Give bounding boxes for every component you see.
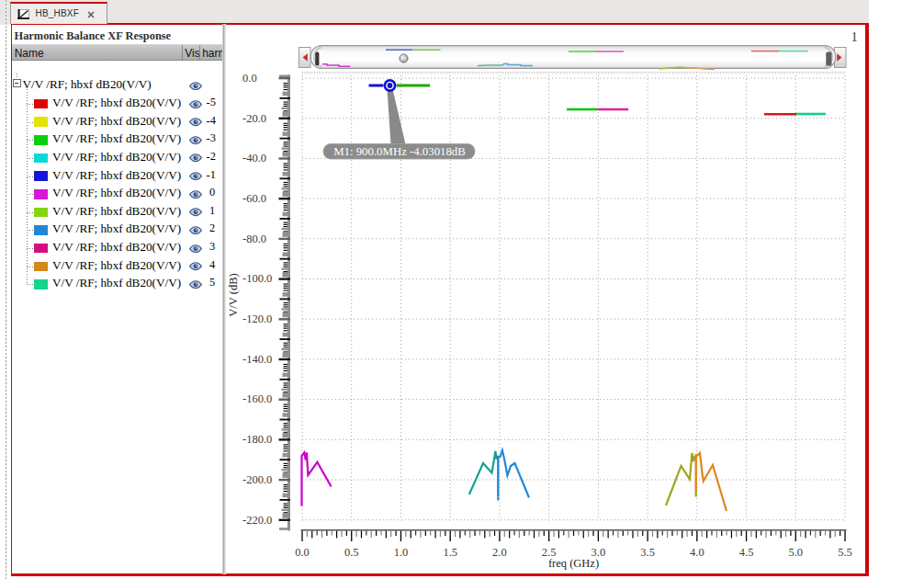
svg-text:1: 1 [851,29,858,44]
svg-text:0.0: 0.0 [242,72,257,85]
svg-text:5.0: 5.0 [788,546,803,559]
svg-text:M1: 900.0MHz -4.03018dB: M1: 900.0MHz -4.03018dB [333,145,466,158]
svg-text:0.0: 0.0 [295,546,310,559]
svg-text:4.5: 4.5 [739,546,754,559]
svg-text:1.0: 1.0 [394,546,409,559]
svg-text:0.5: 0.5 [344,546,359,559]
svg-text:1.5: 1.5 [443,546,457,559]
svg-text:2.0: 2.0 [492,546,507,559]
svg-text:-40.0: -40.0 [242,152,266,165]
svg-text:-80.0: -80.0 [242,233,266,245]
svg-text:-60.0: -60.0 [242,192,266,205]
svg-text:4.0: 4.0 [690,546,704,559]
svg-text:-160.0: -160.0 [242,392,272,405]
svg-text:-200.0: -200.0 [242,473,272,486]
svg-text:5.5: 5.5 [838,546,852,559]
svg-text:3.5: 3.5 [640,546,655,559]
svg-text:-220.0: -220.0 [242,514,272,527]
svg-text:-120.0: -120.0 [242,312,272,325]
svg-text:-140.0: -140.0 [242,353,272,366]
svg-text:-180.0: -180.0 [242,433,272,446]
svg-text:V/V (dB): V/V (dB) [227,273,240,316]
svg-text:-20.0: -20.0 [242,112,266,125]
svg-text:m: m [401,55,406,62]
svg-text:freq (GHz): freq (GHz) [548,557,599,570]
svg-text:-100.0: -100.0 [242,272,272,285]
